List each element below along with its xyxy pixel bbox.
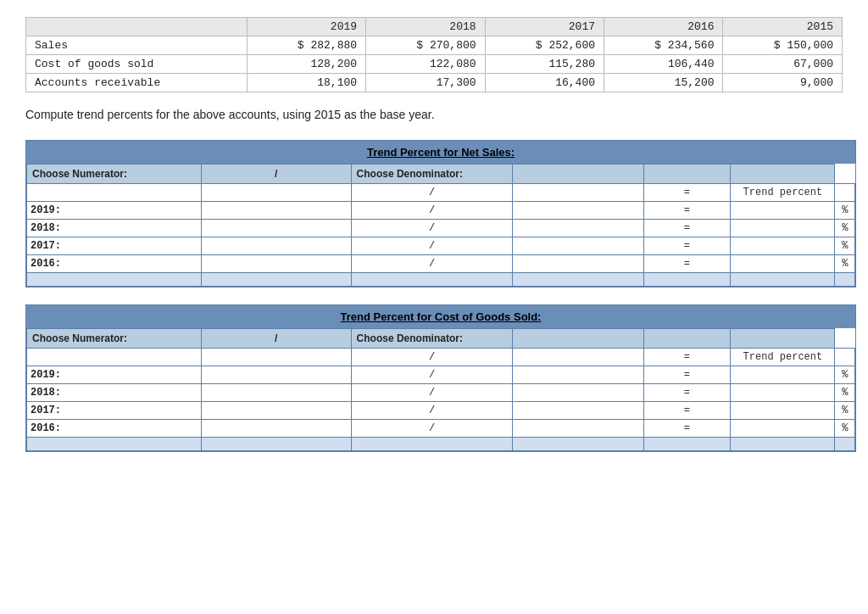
percent-sign-2018: % (835, 220, 855, 237)
result-input-2016[interactable] (731, 255, 835, 273)
base-numerator-input[interactable] (201, 184, 351, 202)
header-2018: 2018 (366, 18, 485, 36)
year-label: 2017: (27, 237, 202, 255)
denominator-input-2016[interactable] (513, 420, 643, 438)
numerator-input-2017[interactable] (201, 402, 351, 420)
denominator-input-2017[interactable] (513, 237, 643, 255)
numerator-input-2019[interactable] (201, 202, 351, 220)
equals-2019: = (643, 202, 731, 220)
numerator-input-2016[interactable] (201, 420, 351, 438)
empty-cell (835, 438, 855, 451)
slash-2019: / (351, 366, 513, 384)
table-cell: 17,300 (366, 74, 485, 92)
year-label: 2019: (27, 366, 202, 384)
row-label: Sales (26, 36, 248, 55)
empty-cell (27, 438, 202, 451)
base-percent-sign (835, 184, 855, 202)
result-input-2016[interactable] (731, 420, 835, 438)
equals-2016: = (643, 420, 731, 438)
denominator-input-2019[interactable] (513, 202, 643, 220)
slash-2017: / (351, 237, 513, 255)
denominator-input-2019[interactable] (513, 366, 643, 384)
net-sales-title: Trend Percent for Net Sales: (26, 141, 855, 164)
equals-2018: = (643, 384, 731, 402)
slash-2019: / (351, 202, 513, 220)
base-slash: / (351, 349, 513, 366)
numerator-input-2017[interactable] (201, 237, 351, 255)
base-equals: = (643, 184, 731, 202)
table-cell: 128,200 (247, 55, 365, 74)
result-input-2017[interactable] (731, 402, 835, 420)
table-cell: $ 270,800 (366, 36, 485, 55)
equals-2017: = (643, 237, 731, 255)
result-input-2017[interactable] (731, 237, 835, 255)
table-cell: 115,280 (485, 55, 604, 74)
base-slash: / (351, 184, 513, 202)
percent-sign-2019: % (835, 366, 855, 384)
base-numerator-input[interactable] (201, 349, 351, 366)
base-equals: = (643, 349, 731, 366)
denominator-input-2016[interactable] (513, 255, 643, 273)
result-input-2018[interactable] (731, 384, 835, 402)
year-label: 2018: (27, 220, 202, 237)
empty-cell (835, 273, 855, 287)
slash-2018: / (351, 220, 513, 237)
empty-cell (201, 273, 351, 287)
choose-numerator-header: Choose Numerator: (27, 165, 202, 184)
empty-cell (351, 273, 513, 287)
percent-sign-2019: % (835, 202, 855, 220)
denominator-input-2017[interactable] (513, 402, 643, 420)
year-label: 2018: (27, 384, 202, 402)
table-cell: 15,200 (604, 74, 723, 92)
empty-cell (731, 273, 835, 287)
result-header (643, 329, 731, 349)
numerator-input-2019[interactable] (201, 366, 351, 384)
denominator-input-2018[interactable] (513, 220, 643, 237)
slash-2016: / (351, 420, 513, 438)
year-label: 2016: (27, 255, 202, 273)
equals-2019: = (643, 366, 731, 384)
numerator-input-2018[interactable] (201, 220, 351, 237)
base-trend-percent-label: Trend percent (731, 349, 835, 366)
percent-sign-2018: % (835, 384, 855, 402)
equals-header (513, 165, 643, 184)
header-2016: 2016 (604, 18, 723, 36)
base-denominator-input[interactable] (513, 184, 643, 202)
row-label: Accounts receivable (26, 74, 248, 92)
row-label: Cost of goods sold (26, 55, 248, 74)
header-2015: 2015 (723, 18, 843, 36)
empty-cell (513, 273, 643, 287)
empty-cell (351, 438, 513, 451)
table-cell: $ 150,000 (723, 36, 843, 55)
choose-denominator-header: Choose Denominator: (351, 165, 513, 184)
choose-denominator-header: Choose Denominator: (351, 329, 513, 349)
header-2019: 2019 (247, 18, 365, 36)
table-cell: 106,440 (604, 55, 723, 74)
slash-header: / (201, 329, 351, 349)
result-input-2019[interactable] (731, 202, 835, 220)
result-header (643, 165, 731, 184)
result-input-2018[interactable] (731, 220, 835, 237)
table-cell: $ 234,560 (604, 36, 723, 55)
percent-sign-2016: % (835, 255, 855, 273)
cogs-section: Trend Percent for Cost of Goods Sold: Ch… (25, 304, 856, 452)
empty-cell (643, 438, 731, 451)
numerator-input-2016[interactable] (201, 255, 351, 273)
percent-sign-2017: % (835, 237, 855, 255)
empty-cell (643, 273, 731, 287)
percent-sign-2016: % (835, 420, 855, 438)
result-input-2019[interactable] (731, 366, 835, 384)
base-percent-sign (835, 349, 855, 366)
cogs-title: Trend Percent for Cost of Goods Sold: (26, 305, 855, 328)
empty-cell (731, 438, 835, 451)
choose-numerator-header: Choose Numerator: (27, 329, 202, 349)
denominator-input-2018[interactable] (513, 384, 643, 402)
base-row-label (27, 184, 202, 202)
table-cell: $ 282,880 (247, 36, 365, 55)
year-label: 2019: (27, 202, 202, 220)
percent-sign-2017: % (835, 402, 855, 420)
base-denominator-input[interactable] (513, 349, 643, 366)
slash-2017: / (351, 402, 513, 420)
header-empty (26, 18, 248, 36)
numerator-input-2018[interactable] (201, 384, 351, 402)
